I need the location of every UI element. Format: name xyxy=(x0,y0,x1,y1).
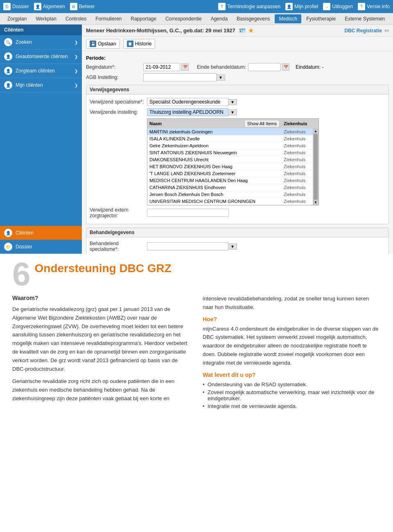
verwijzend-spec-row: Verwijzend specialisme*: ▼ xyxy=(90,98,385,106)
sidebar-bottom-dossier[interactable]: 📁 Dossier xyxy=(0,240,82,254)
versie-icon: ? xyxy=(358,3,365,10)
beheer-nav[interactable]: ⚙ Beheer xyxy=(70,3,95,10)
dropdown-item-5[interactable]: HET BRONOVO ZIEKENHUIS Den Haag Ziekenhu… xyxy=(147,163,318,170)
nav-medisch[interactable]: Medisch xyxy=(275,14,301,23)
verwijzende-instelling-input[interactable] xyxy=(147,108,228,116)
dropdown-list: MARTINI ziekenhuis Groningen Ziekenhuis … xyxy=(147,128,318,205)
dropdown-item-name-3: SINT ANTONIUS ZIEKENHUIS Nieuwegein xyxy=(149,150,280,155)
sidebar-item-zoeken[interactable]: 🔍 Zoeken ❯ xyxy=(0,35,82,50)
nav-controles[interactable]: Controles xyxy=(61,14,90,23)
verwijzend-spec-btn[interactable]: ▼ xyxy=(228,99,237,105)
nav-basisgegevens[interactable]: Basisgegevens xyxy=(233,14,274,23)
dropdown-item-10[interactable]: UNIVERSITAIR MEDISCH CENTRUM GRONINGEN Z… xyxy=(147,198,318,205)
begindatum-input[interactable] xyxy=(143,63,180,71)
dropdown-item-1[interactable]: ISALA KLINEKEN Zwolle Ziekenhuis xyxy=(147,135,318,142)
dropdown-item-3[interactable]: SINT ANTONIUS ZIEKENHUIS Nieuwegein Ziek… xyxy=(147,149,318,156)
dropdown-type-header: Ziekenhuis xyxy=(284,121,316,126)
nav-werkplan[interactable]: Werkplan xyxy=(32,14,60,23)
dropdown-item-8[interactable]: CATHARINA ZIEKENHUIS Eindhoven Ziekenhui… xyxy=(147,184,318,191)
dropdown-item-type-8: Ziekenhuis xyxy=(284,185,316,190)
show-all-button[interactable]: Show All Items xyxy=(244,120,280,127)
sidebar-item-geautoriseerde[interactable]: 👤 Geautoriseerde cliënten ❯ xyxy=(0,50,82,64)
sidebar-header: Cliënten xyxy=(0,25,82,35)
instelling-dropdown-container: Naam Show All Items Ziekenhuis MARTINI z… xyxy=(147,118,385,205)
dossier-nav[interactable]: D Dossier xyxy=(3,3,29,10)
article-title: Ondersteuning DBC GRZ xyxy=(35,262,172,275)
nav-rapportage[interactable]: Rapportage xyxy=(126,14,160,23)
verwijzend-extern-input[interactable] xyxy=(147,209,229,217)
verwijzende-instelling-row: Verwijzende instelling: ▼ xyxy=(90,108,385,116)
dropdown-item-6[interactable]: 'T LANGE LAND ZIEKENHUIS Zoetermeer Ziek… xyxy=(147,170,318,177)
chevron-icon-mijn: ❯ xyxy=(75,83,78,88)
behandelend-spec-input[interactable] xyxy=(147,242,228,250)
verwijzend-spec-input[interactable] xyxy=(147,98,228,106)
algemeen-nav[interactable]: 👤 Algemeen xyxy=(34,3,65,10)
scroll-up-icon[interactable]: ▲ xyxy=(314,129,317,133)
list-item-2: Integratie met de vernieuwde agenda. xyxy=(203,402,381,410)
gebruiker-icon-3: 👤 xyxy=(4,81,12,89)
scroll-down-icon[interactable]: ▼ xyxy=(314,201,317,204)
behandelend-spec-combo: ▼ xyxy=(147,242,237,250)
nav-agenda[interactable]: Agenda xyxy=(207,14,232,23)
versie-nav[interactable]: ? Versie info xyxy=(358,3,390,10)
dropdown-item-type-0: Ziekenhuis xyxy=(284,129,316,134)
verwijzend-extern-label: Verwijzend extern zorgtrajectnr: xyxy=(90,207,147,219)
dropdown-item-name-9: Jeroen Bosch Ziekenhuis Den Bosch xyxy=(149,192,280,197)
scroll-thumb xyxy=(314,134,318,200)
top-bar: D Dossier 👤 Algemeen ⚙ Beheer T Terminol… xyxy=(0,0,393,13)
chevron-icon-geautoriseerde: ❯ xyxy=(75,54,78,59)
sidebar-geautoriseerde-label: Geautoriseerde cliënten xyxy=(16,54,68,59)
dbc-label: DBC Registratie xyxy=(345,28,382,34)
behandelend-spec-btn[interactable]: ▼ xyxy=(228,243,237,250)
dossier-label: Dossier xyxy=(12,4,29,9)
agb-input[interactable] xyxy=(143,73,217,81)
einde-label: Einde behandeldatum: xyxy=(197,64,246,70)
toolbar: 💾 Opslaan 📋 Historie xyxy=(82,37,393,51)
terminologie-nav[interactable]: T Terminologie aanpassen xyxy=(218,3,280,10)
dropdown-item-2[interactable]: Gelre Ziekenhuizen Apeldoon Ziekenhuis xyxy=(147,142,318,149)
main-layout: Cliënten 🔍 Zoeken ❯ 👤 Geautoriseerde cli… xyxy=(0,25,393,254)
uitloggen-nav[interactable]: → Uitloggen xyxy=(323,3,353,10)
sidebar-zoeken-label: Zoeken xyxy=(16,39,32,45)
dbc-expand-icon[interactable]: «» xyxy=(384,28,389,33)
mijn-profiel-nav[interactable]: 👤 Mijn profiel xyxy=(285,3,318,10)
nav-fysiotherapie[interactable]: Fysiotherapie xyxy=(302,14,340,23)
beheer-label: Beheer xyxy=(79,4,95,9)
nav-formulieren[interactable]: Formulieren xyxy=(91,14,126,23)
dropdown-item-0[interactable]: MARTINI ziekenhuis Groningen Ziekenhuis xyxy=(147,128,318,135)
nav-correspondentie[interactable]: Correspondentie xyxy=(161,14,206,23)
verwijzende-instelling-btn[interactable]: ▼ xyxy=(228,109,237,115)
uitloggen-label: Uitloggen xyxy=(332,4,353,9)
versie-label: Versie info xyxy=(367,4,390,9)
article-waarom-heading: Waarom? xyxy=(12,295,190,301)
dropdown-scrollbar[interactable]: ▲ ▼ xyxy=(313,128,318,205)
article-title-block: Ondersteuning DBC GRZ xyxy=(35,262,172,277)
behandelgegevens-body: Behandelend specialisme*: ▼ Behandelaar:… xyxy=(86,237,388,254)
article-left-col: Waarom? De geriatrische revalidatiezorg … xyxy=(12,295,190,410)
dropdown-item-name-0: MARTINI ziekenhuis Groningen xyxy=(149,129,280,134)
beheer-icon: ⚙ xyxy=(70,3,77,10)
dropdown-item-9[interactable]: Jeroen Bosch Ziekenhuis Den Bosch Zieken… xyxy=(147,191,318,198)
save-button[interactable]: 💾 Opslaan xyxy=(86,39,120,49)
history-button[interactable]: 📋 Historie xyxy=(123,39,156,49)
verwijzende-instelling-combo: ▼ xyxy=(147,108,237,116)
agb-row: AGB Instelling: ▼ xyxy=(86,73,389,81)
star-icon[interactable]: ★ xyxy=(248,27,254,34)
einde-cal-icon[interactable]: 📅 xyxy=(282,63,289,71)
begindatum-cal-icon[interactable]: 📅 xyxy=(181,63,189,71)
agb-dropdown-btn[interactable]: ▼ xyxy=(217,74,225,81)
dropdown-item-4[interactable]: DIAKONESSENHUIS Utrecht Ziekenhuis xyxy=(147,156,318,163)
einde-input[interactable] xyxy=(248,63,281,71)
begindatum-label: Begindatum*: xyxy=(86,64,143,70)
begindatum-row: Begindatum*: 📅 Einde behandeldatum: 📅 Ei… xyxy=(86,63,389,71)
gebruiker-icon-2: 👤 xyxy=(4,67,12,75)
nav-bar: Zorgplan Werkplan Controles Formulieren … xyxy=(0,13,393,25)
sidebar-item-mijn[interactable]: 👤 Mijn cliënten ❯ xyxy=(0,78,82,92)
nav-zorgplan[interactable]: Zorgplan xyxy=(3,14,31,23)
sidebar-item-zorgteam[interactable]: 👤 Zorgteam cliënten ❯ xyxy=(0,64,82,78)
article-right-col: intensieve revalidatiebehandeling, zodat… xyxy=(203,295,381,410)
article-bullet-list: Ondersteuning van de RSAD systematiek. Z… xyxy=(203,381,381,410)
sidebar-bottom-clienten[interactable]: 👤 Cliënten xyxy=(0,226,82,240)
nav-externe-systemen[interactable]: Externe Systemen xyxy=(341,14,389,23)
dropdown-item-7[interactable]: MEDISCH CENTRUM HAAGLANDEN Den Haag Ziek… xyxy=(147,177,318,184)
